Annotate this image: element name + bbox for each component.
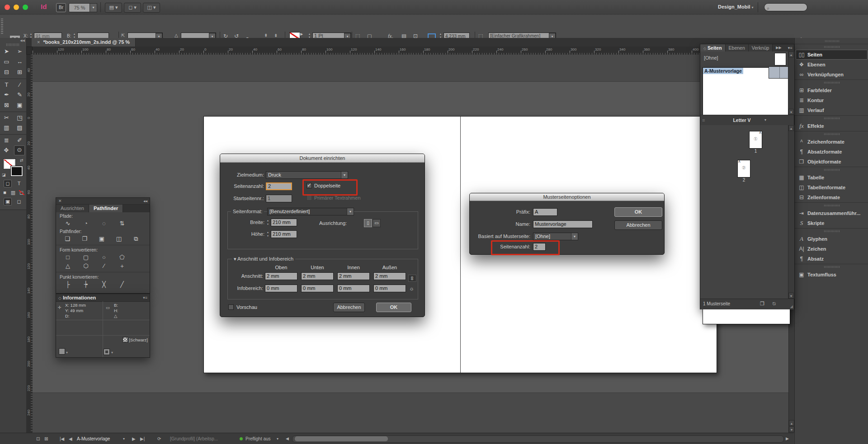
page-thumbnail[interactable]: A ①: [749, 131, 762, 149]
dialog-titlebar[interactable]: Musterseitenoptionen: [470, 193, 664, 201]
breite-stepper[interactable]: ▲▼: [266, 219, 270, 226]
dock-panel-button[interactable]: ❒ Objektformate: [796, 157, 868, 167]
tool-icon[interactable]: ➢: [15, 47, 25, 56]
seitenanzahl-field[interactable]: 2: [266, 182, 292, 190]
tab-close-icon[interactable]: ×: [37, 39, 40, 45]
panel-resize-grip[interactable]: ◢: [790, 304, 793, 308]
basiert-dropdown[interactable]: [Ohne]▼: [533, 233, 578, 240]
toolbar-collapse-button[interactable]: ◀◀: [0, 38, 26, 43]
vertical-ruler[interactable]: 4020020406080100120140160180200220240: [26, 55, 33, 433]
path-operation-icon[interactable]: ∿: [59, 219, 77, 228]
scroll-left-icon[interactable]: ◀: [286, 433, 289, 444]
screen-mode-button[interactable]: ◻ ▾: [124, 3, 141, 13]
dock-panel-button[interactable]: S Skripte: [796, 218, 868, 228]
panel-close-icon[interactable]: ✕: [58, 198, 62, 204]
tab-verknuepfungen[interactable]: Verknüp: [749, 44, 773, 51]
default-fill-stroke-icon[interactable]: ◪: [2, 173, 6, 177]
zielmedium-dropdown[interactable]: Druck▼: [266, 171, 348, 179]
zoom-level-dropdown-button[interactable]: ▾: [90, 3, 97, 12]
convert-shape-icon[interactable]: △: [59, 262, 77, 270]
disclosure-triangle-icon[interactable]: ▾: [234, 256, 236, 262]
horizontal-ruler[interactable]: 1201008060402002040608010012014016018020…: [33, 47, 794, 55]
path-operation-icon[interactable]: ⇅: [113, 219, 131, 228]
dialog-titlebar[interactable]: Dokument einrichten: [220, 154, 425, 163]
tool-icon[interactable]: ▭: [2, 57, 12, 66]
tab-ausrichten[interactable]: Ausrichten: [56, 205, 89, 212]
last-page-icon[interactable]: ▶|: [140, 433, 145, 444]
delete-page-icon[interactable]: ⍉: [773, 301, 776, 307]
next-page-icon[interactable]: ▶: [132, 433, 136, 444]
chevron-down-icon[interactable]: ▾: [277, 433, 278, 444]
tool-icon[interactable]: ⊟: [2, 68, 12, 77]
window-zoom-button[interactable]: [23, 5, 28, 10]
stroke-black-swatch[interactable]: [11, 166, 23, 176]
anschnitt-section-header[interactable]: ▾ Anschnitt und Infobereich: [232, 256, 295, 262]
fill-swatch-icon[interactable]: [59, 348, 65, 355]
tab-ebenen[interactable]: Ebenen: [726, 44, 749, 51]
zoom-level-field[interactable]: 75 %: [69, 3, 90, 12]
pathfinder-operation-icon[interactable]: ▣: [93, 234, 110, 243]
scroll-down-icon[interactable]: ▼: [788, 109, 794, 115]
bleed-link-icon[interactable]: ∞: [408, 275, 416, 282]
orientation-portrait-button[interactable]: ▯: [364, 219, 372, 227]
startseitennr-field[interactable]: 1: [266, 195, 292, 202]
view-normal-icon[interactable]: ▣: [4, 198, 12, 206]
convert-shape-icon[interactable]: ⬠: [113, 253, 131, 262]
convert-shape-icon[interactable]: □: [59, 253, 77, 262]
convert-point-icon[interactable]: ├: [59, 280, 77, 289]
pathfinder-operation-icon[interactable]: ❐: [76, 234, 93, 243]
tool-icon[interactable]: ✥: [1, 146, 11, 155]
tool-icon[interactable]: ✐: [15, 136, 25, 145]
tool-icon[interactable]: ⊞: [15, 68, 25, 77]
window-close-button[interactable]: [5, 5, 10, 10]
page-thumbnail[interactable]: A ②: [737, 160, 750, 178]
cancel-button[interactable]: Abbrechen: [614, 220, 662, 230]
anschnitt-field[interactable]: 2 mm: [301, 272, 334, 280]
page-size-dropdown[interactable]: Letter V: [721, 115, 763, 125]
master-thumbnail-spread[interactable]: [769, 66, 790, 79]
window-minimize-button[interactable]: [14, 5, 19, 10]
dock-panel-button[interactable]: A Glyphen: [796, 234, 868, 244]
convert-shape-icon[interactable]: ▢: [77, 253, 95, 262]
view-preview-icon[interactable]: ◻: [15, 198, 23, 205]
panel-menu-icon[interactable]: ▾≡: [785, 44, 796, 51]
formatting-affects-container-icon[interactable]: ◻: [4, 180, 12, 187]
tool-icon[interactable]: T: [2, 80, 12, 89]
scroll-down-icon[interactable]: ▼: [788, 293, 794, 299]
arrange-documents-button[interactable]: ◫ ▾: [143, 3, 160, 13]
control-panel-grip[interactable]: [1, 19, 3, 34]
panel-collapse-icon[interactable]: ◇: [58, 296, 61, 300]
masters-scrollbar[interactable]: ▲ ▼: [788, 51, 794, 115]
tool-icon[interactable]: ▣: [15, 101, 25, 110]
formatting-affects-text-icon[interactable]: T: [15, 180, 23, 187]
hoehe-field[interactable]: 210 mm: [271, 230, 297, 238]
tool-icon[interactable]: ⊠: [2, 101, 12, 110]
view-options-button[interactable]: ▤ ▾: [105, 3, 122, 13]
select-content-icon[interactable]: ⇟: [274, 33, 278, 38]
cancel-button[interactable]: Abbrechen: [333, 303, 365, 312]
anschnitt-field[interactable]: 2 mm: [265, 272, 297, 280]
select-container-icon[interactable]: ⇞: [264, 33, 268, 38]
screen-mode-icon[interactable]: ⊡: [36, 433, 40, 444]
convert-shape-icon[interactable]: ∕: [95, 262, 113, 270]
dock-panel-button[interactable]: ¶ Absatzformate: [796, 147, 868, 157]
horizontal-scrollbar-thumb[interactable]: [295, 436, 388, 441]
dock-panel-button[interactable]: fx Effekte: [796, 121, 868, 131]
scroll-up-icon[interactable]: ▲: [788, 125, 794, 131]
chevron-down-icon[interactable]: ▾: [123, 433, 125, 444]
convert-point-icon[interactable]: ╱: [113, 280, 131, 289]
stroke-swatch-arrow[interactable]: ▶: [300, 32, 303, 36]
dock-panel-button[interactable]: ❖ Ebenen: [796, 60, 868, 70]
convert-point-icon[interactable]: ┾: [77, 280, 95, 289]
scroll-up-icon[interactable]: ▲: [788, 51, 794, 57]
convert-shape-icon[interactable]: ⬡: [77, 262, 95, 270]
tool-icon[interactable]: ▨: [15, 123, 25, 132]
slug-same-icon[interactable]: ☼: [409, 285, 414, 292]
tool-icon[interactable]: ≣: [2, 136, 12, 145]
pathfinder-operation-icon[interactable]: ⧉: [127, 234, 145, 243]
anschnitt-field[interactable]: 2 mm: [337, 272, 370, 280]
dock-panel-button[interactable]: ⊞ Farbfelder: [796, 85, 868, 95]
infobereich-field[interactable]: 0 mm: [301, 285, 334, 292]
dock-panel-button[interactable]: ▣ Textumfluss: [796, 270, 868, 280]
new-spread-icon[interactable]: ❐: [760, 301, 764, 307]
